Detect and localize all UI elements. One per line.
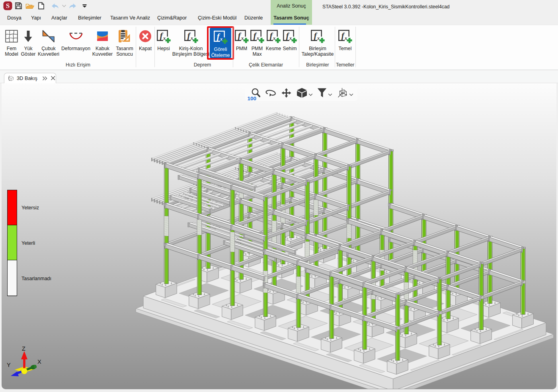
fx-add-icon: fx: [338, 28, 352, 45]
ribbon-item-göreli[interactable]: fxGöreliÖteleme: [210, 28, 231, 58]
ribbon-item-label-line: Kesme: [266, 46, 281, 51]
menu-tasarım-ve-analiz[interactable]: Tasarım Ve Analiz: [110, 15, 150, 21]
svg-text:Y: Y: [7, 362, 11, 368]
float-tab-icon[interactable]: [42, 76, 47, 81]
fx-add-icon: fx: [310, 28, 325, 45]
save-button[interactable]: [15, 2, 22, 10]
svg-text:f: f: [187, 31, 191, 41]
group-separator: [299, 27, 299, 67]
menu-araçlar[interactable]: Araçlar: [51, 15, 67, 21]
zoom-button[interactable]: 100: [250, 88, 260, 98]
ribbon-group-label: Deprem: [163, 61, 242, 70]
fx-add-icon: fx: [310, 29, 325, 43]
ribbon-item-temel[interactable]: fxTemel: [336, 27, 354, 51]
view-3d-icon: [7, 75, 15, 82]
close-red-icon: [139, 28, 152, 45]
ribbon-item-pmm[interactable]: fxPMMMax: [249, 27, 265, 57]
ribbon-item-label-line: Max: [252, 51, 261, 57]
svg-text:f: f: [160, 31, 163, 41]
ribbon-item-label-line: Birşleşim Bölgesi: [172, 51, 210, 57]
svg-text:x: x: [317, 35, 320, 41]
svg-text:f: f: [269, 31, 273, 41]
legend-label: Yeterli: [21, 225, 51, 261]
new-document-icon: [38, 2, 45, 10]
ribbon-item-yük[interactable]: YükGöster: [20, 27, 37, 57]
viewport-3d[interactable]: 100 YetersizYeterliTasarlanmadı Z Y X: [2, 83, 556, 389]
ribbon-item-kapat[interactable]: Kapat: [137, 27, 154, 51]
ribbon-item-label-line: Kabuk: [96, 46, 109, 51]
menu-çizim-rapor[interactable]: Çizim&Rapor: [157, 15, 187, 21]
filter-dropdown[interactable]: [328, 91, 332, 98]
menu-dosya[interactable]: Dosya: [7, 15, 21, 21]
menu-birleşimler[interactable]: Birleşimler: [78, 15, 101, 21]
ribbon-item-label-line: Kuvvetleri: [38, 51, 59, 57]
redo-button[interactable]: [69, 3, 76, 9]
menu-yapı[interactable]: Yapı: [31, 15, 41, 21]
legend-label: Tasarlanmadı: [21, 261, 51, 296]
legend-color-1: [8, 225, 17, 260]
chevron-down-icon: [62, 4, 66, 8]
ribbon-item-sehim[interactable]: fxSehim: [282, 27, 298, 51]
ribbon-item-kiriş-kolon[interactable]: fxKiriş-KolonBirşleşim Bölgesi: [172, 27, 210, 57]
svg-text:f: f: [238, 31, 241, 41]
new-document-button[interactable]: [38, 2, 45, 10]
svg-text:x: x: [273, 35, 275, 41]
group-separator: [136, 27, 136, 67]
ribbon-item-kabuk[interactable]: KabukKuvvetler: [91, 27, 114, 57]
shell-forces-icon: [97, 28, 108, 45]
fx-add-icon: fx: [266, 29, 281, 43]
ribbon-item-tasarım[interactable]: TasarımSonucu: [114, 27, 135, 57]
legend-color-0: [8, 190, 17, 225]
fx-add-icon: fx: [213, 29, 228, 45]
fx-add-icon: fx: [250, 29, 264, 43]
ribbon-item-hepsi[interactable]: fxHepsi: [156, 27, 172, 51]
axonometric-view-icon: [337, 88, 348, 98]
ribbon-item-label-line: Model: [5, 51, 18, 57]
annotation-highlight-box: fxGöreliÖteleme: [207, 26, 234, 60]
ribbon-item-pmm[interactable]: fxPMM: [234, 27, 249, 51]
close-red-icon: [139, 30, 152, 43]
fx-add-icon: fx: [338, 29, 352, 43]
display-mode-dropdown[interactable]: [308, 91, 313, 98]
menu-çizim-eski-modül[interactable]: Çizim-Eski Modül: [198, 15, 236, 21]
undo-button[interactable]: [51, 3, 59, 9]
open-button[interactable]: [25, 2, 35, 10]
group-separator: [233, 27, 233, 67]
app-logo-icon[interactable]: S: [3, 1, 12, 10]
axonometric-view-button[interactable]: [337, 88, 348, 98]
ribbon-item-label-line: Kapat: [139, 46, 152, 51]
svg-text:f: f: [341, 31, 345, 41]
svg-text:f: f: [314, 31, 317, 41]
svg-text:x: x: [220, 36, 222, 42]
tab-analiz-sonuc[interactable]: Analiz Sonuç: [271, 0, 312, 12]
zoom-value: 100: [248, 96, 257, 101]
pan-button[interactable]: [281, 88, 291, 98]
customize-toolbar-button[interactable]: [82, 4, 87, 8]
load-show-icon: [23, 30, 34, 43]
ribbon-item-fem[interactable]: FemModel: [3, 27, 20, 57]
chevron-down-icon: [308, 93, 313, 97]
ribbon-group-label: Hızlı Erişim: [12, 61, 144, 70]
ribbon-group: Kapat: [137, 25, 154, 70]
undo-history-dropdown[interactable]: [62, 4, 66, 8]
tab-tasarim-sonuc[interactable]: Tasarım Sonuç: [271, 12, 312, 25]
orbit-button[interactable]: [265, 88, 276, 97]
title-bar: S DosyaYapıAraçlarBirleşimlerTasarım Ve …: [0, 0, 558, 25]
display-mode-button[interactable]: [297, 88, 307, 98]
filter-button[interactable]: [317, 88, 327, 98]
ribbon-group: fxBirleşimTalep/KapasiteBirleşimler: [300, 25, 335, 70]
axonometric-dropdown[interactable]: [349, 91, 353, 98]
ribbon-item-deformasyon[interactable]: Deformasyon: [60, 27, 91, 51]
svg-text:x: x: [344, 35, 347, 41]
document-tab-3d-view[interactable]: 3D Bakış: [4, 73, 56, 83]
viewport-toolbar: 100: [245, 84, 357, 101]
ribbon-item-kesme[interactable]: fxKesme: [265, 27, 282, 51]
ribbon-group: fxPMMfxPMMMaxfxKesmefxSehimÇelik Elemanl…: [234, 25, 298, 70]
fx-add-icon: fx: [283, 29, 297, 43]
ribbon-item-çubuk[interactable]: ÇubukKuvvetleri: [37, 27, 60, 57]
ribbon-item-label-line: Çubuk: [41, 46, 56, 51]
close-tab-icon[interactable]: [51, 76, 56, 81]
ribbon-item-birleşim[interactable]: fxBirleşimTalep/Kapasite: [300, 27, 335, 57]
menu-düzenle[interactable]: Düzenle: [244, 15, 263, 21]
svg-text:Z: Z: [22, 346, 25, 352]
